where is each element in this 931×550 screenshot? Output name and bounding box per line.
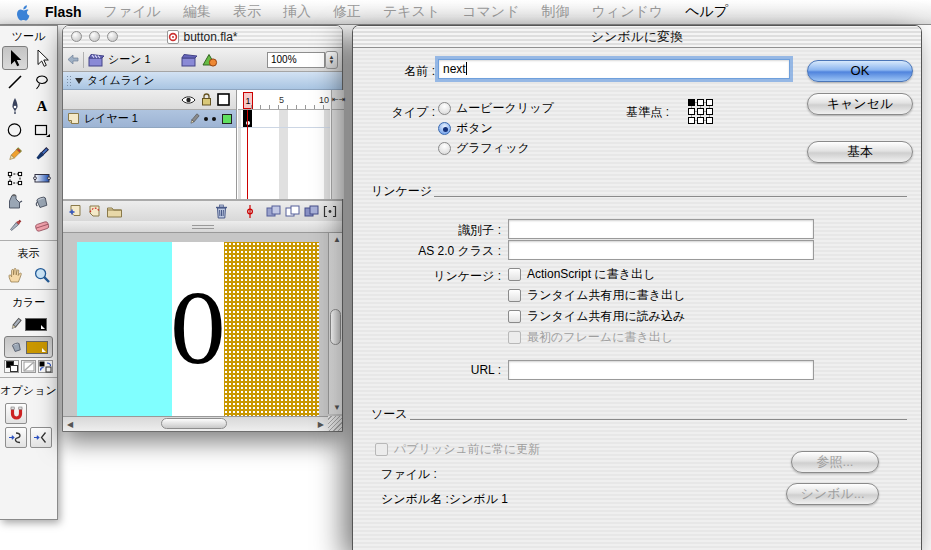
identifier-input[interactable] [508, 219, 814, 239]
timeline-titlebar[interactable]: タイムライン [63, 72, 342, 90]
type-option-graphic[interactable]: グラフィック [438, 140, 530, 156]
timeline-ruler[interactable]: 1 5 10 [238, 90, 330, 110]
horizontal-scroll-thumb[interactable] [161, 418, 227, 429]
menu-help[interactable]: ヘルプ [674, 0, 739, 24]
show-hide-layers-icon[interactable] [181, 95, 196, 105]
edit-symbols-button[interactable] [201, 52, 218, 67]
text-tool-button[interactable]: A [29, 94, 55, 118]
stage-white-area[interactable]: 0 [172, 242, 224, 420]
scene-name-label[interactable]: シーン 1 [108, 52, 151, 67]
export-for-runtime-sharing-row[interactable]: ランタイム共有用に書き出し [508, 287, 685, 303]
stage-cyan-rectangle[interactable] [77, 242, 172, 420]
zoom-stepper[interactable]: ▲▼ [325, 51, 338, 69]
frames-grid[interactable] [238, 110, 330, 199]
scroll-down-icon[interactable]: ▼ [333, 403, 341, 412]
registration-grid[interactable] [687, 98, 714, 125]
as2-class-input[interactable] [508, 240, 814, 260]
paint-bucket-tool-button[interactable] [29, 190, 55, 214]
stage[interactable]: 0 ▲ ▼ [63, 233, 342, 429]
add-layer-folder-button[interactable] [106, 205, 123, 218]
import-for-runtime-sharing-checkbox[interactable] [508, 310, 521, 323]
rectangle-tool-button[interactable] [29, 118, 55, 142]
fill-transform-tool-button[interactable] [29, 166, 55, 190]
no-color-button[interactable] [21, 360, 36, 373]
eraser-tool-button[interactable] [29, 214, 55, 238]
button-radio[interactable] [438, 122, 451, 135]
ok-button[interactable]: OK [807, 60, 913, 82]
stroke-color-swatch[interactable] [25, 318, 47, 331]
add-layer-button[interactable] [68, 204, 83, 218]
swap-colors-button[interactable] [38, 360, 53, 373]
oval-tool-button[interactable] [2, 118, 28, 142]
brush-tool-button[interactable] [29, 142, 55, 166]
edit-multiple-frames-button[interactable] [304, 205, 319, 218]
zoom-tool-button[interactable] [29, 263, 55, 287]
stroke-color-control[interactable] [4, 313, 53, 335]
url-input[interactable] [508, 360, 814, 380]
lock-layers-icon[interactable] [201, 93, 212, 106]
export-for-actionscript-checkbox[interactable] [508, 268, 521, 281]
back-button[interactable] [67, 54, 79, 65]
scroll-up-icon[interactable]: ▲ [333, 235, 341, 244]
type-option-movieclip[interactable]: ムービークリップ [438, 100, 554, 116]
vertical-scroll-thumb[interactable] [330, 309, 341, 345]
type-option-button[interactable]: ボタン [438, 120, 493, 136]
modify-onion-markers-button[interactable] [323, 205, 337, 218]
basic-button[interactable]: 基本 [807, 141, 913, 163]
line-tool-button[interactable] [2, 70, 28, 94]
onion-skin-button[interactable] [266, 205, 281, 218]
stage-vertical-scrollbar[interactable]: ▲ ▼ [328, 233, 342, 414]
fill-color-swatch[interactable] [26, 341, 48, 354]
frame-view-menu-button[interactable]: ⇤⇥ [332, 90, 344, 110]
pencil-tool-button[interactable] [2, 142, 28, 166]
menu-commands[interactable]: コマンド [451, 0, 530, 24]
default-colors-button[interactable] [4, 360, 19, 373]
zoom-level-input[interactable] [267, 52, 325, 68]
movieclip-radio[interactable] [438, 102, 451, 115]
dialog-titlebar[interactable]: シンボルに変換 [353, 26, 921, 48]
add-motion-guide-button[interactable] [87, 204, 102, 218]
layer-name-label[interactable]: レイヤー 1 [84, 111, 138, 126]
menu-flash[interactable]: Flash [31, 0, 93, 24]
layer-visibility-dot[interactable] [204, 117, 208, 121]
smooth-option-button[interactable] [5, 427, 27, 448]
ink-bottle-tool-button[interactable] [2, 190, 28, 214]
pen-tool-button[interactable] [2, 94, 28, 118]
stage-selected-gold-rectangle[interactable] [224, 242, 319, 420]
scroll-right-icon[interactable]: ▶ [318, 420, 324, 429]
export-for-actionscript-row[interactable]: ActionScript に書き出し [508, 266, 655, 282]
arrow-tool-button[interactable] [2, 46, 28, 70]
import-for-runtime-sharing-row[interactable]: ランタイム共有用に読み込み [508, 308, 685, 324]
cancel-button[interactable]: キャンセル [807, 93, 913, 115]
scroll-left-icon[interactable]: ◀ [67, 420, 73, 429]
straighten-option-button[interactable] [30, 427, 52, 448]
delete-layer-button[interactable] [215, 204, 228, 219]
apple-menu-icon[interactable] [16, 4, 31, 21]
hand-tool-button[interactable] [2, 263, 28, 287]
eyedropper-tool-button[interactable] [2, 214, 28, 238]
free-transform-tool-button[interactable] [2, 166, 28, 190]
snap-to-objects-button[interactable] [5, 403, 27, 424]
symbol-name-input[interactable]: next [438, 59, 790, 79]
window-resize-handle[interactable] [328, 416, 342, 431]
menu-insert[interactable]: 挿入 [272, 0, 322, 24]
document-titlebar[interactable]: button.fla* [63, 26, 342, 48]
menu-modify[interactable]: 修正 [322, 0, 372, 24]
menu-file[interactable]: ファイル [93, 0, 172, 24]
layer-outline-color-swatch[interactable] [222, 114, 232, 124]
menu-edit[interactable]: 編集 [172, 0, 222, 24]
graphic-radio[interactable] [438, 142, 451, 155]
menu-view[interactable]: 表示 [222, 0, 272, 24]
menu-text[interactable]: テキスト [372, 0, 451, 24]
stage-horizontal-scrollbar[interactable]: ◀ ▶ [63, 416, 328, 431]
lasso-tool-button[interactable] [29, 70, 55, 94]
outline-layers-icon[interactable] [217, 93, 230, 106]
subselection-tool-button[interactable] [29, 46, 55, 70]
layer-row[interactable]: レイヤー 1 [63, 110, 236, 128]
export-for-runtime-sharing-checkbox[interactable] [508, 289, 521, 302]
menu-window[interactable]: ウィンドウ [581, 0, 675, 24]
timeline-stage-splitter[interactable] [63, 221, 342, 233]
disclosure-triangle-icon[interactable] [75, 78, 83, 84]
fill-color-control[interactable] [4, 336, 53, 358]
onion-skin-outlines-button[interactable] [285, 205, 300, 218]
